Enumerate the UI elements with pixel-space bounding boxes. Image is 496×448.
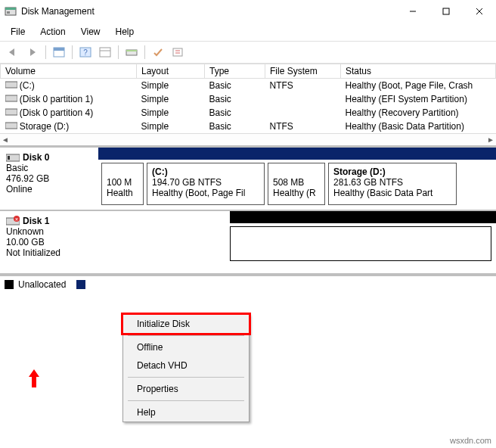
partition-box[interactable]: 100 MHealth — [101, 163, 144, 205]
menu-action[interactable]: Action — [33, 24, 73, 39]
help-icon[interactable]: ? — [77, 44, 94, 61]
svg-rect-20 — [5, 109, 17, 115]
menu-detach-vhd[interactable]: Detach VHD — [123, 356, 249, 375]
table-row[interactable]: (Disk 0 partition 1)SimpleBasicHealthy (… — [1, 92, 496, 106]
watermark: wsxdn.com — [450, 436, 491, 445]
disk-row-0: Disk 0 Basic 476.92 GB Online 100 MHealt… — [0, 148, 496, 211]
svg-rect-14 — [126, 50, 137, 51]
table-row[interactable]: Storage (D:)SimpleBasicNTFSHealthy (Basi… — [1, 120, 496, 133]
disk1-stripe — [230, 211, 496, 223]
menu-properties[interactable]: Properties — [123, 380, 249, 398]
menu-initialize-disk[interactable]: Initialize Disk — [121, 313, 251, 335]
partition-box[interactable]: Storage (D:)281.63 GB NTFSHealthy (Basic… — [328, 163, 457, 205]
tool-icon-1[interactable] — [97, 44, 113, 61]
col-volume[interactable]: Volume — [1, 64, 137, 79]
disk-icon — [6, 152, 20, 163]
volume-icon — [5, 107, 17, 118]
disk-map: Disk 0 Basic 476.92 GB Online 100 MHealt… — [0, 145, 496, 293]
partition-box[interactable]: (C:)194.70 GB NTFSHealthy (Boot, Page Fi… — [147, 163, 265, 205]
svg-rect-2 — [7, 11, 10, 14]
volume-table: Volume Layout Type File System Status (C… — [0, 64, 496, 133]
svg-rect-21 — [5, 123, 17, 129]
legend-color-unallocated — [5, 280, 14, 289]
legend-unallocated: Unallocated — [18, 279, 66, 290]
action2-icon[interactable] — [169, 44, 186, 61]
back-button[interactable] — [5, 44, 21, 61]
col-status[interactable]: Status — [341, 64, 496, 79]
menu-help[interactable]: Help — [108, 24, 142, 39]
scroll-left-icon[interactable]: ◄ — [2, 135, 9, 144]
minimize-button[interactable] — [396, 0, 429, 23]
toolbar: ? — [0, 41, 496, 64]
close-button[interactable] — [463, 0, 496, 23]
legend: Unallocated — [0, 275, 496, 293]
svg-rect-18 — [5, 82, 17, 88]
partition-box[interactable]: 508 MBHealthy (R — [268, 163, 325, 205]
disk1-unallocated[interactable] — [230, 226, 491, 261]
volume-icon — [5, 80, 17, 91]
window-title: Disk Management — [21, 6, 95, 17]
scroll-right-icon[interactable]: ► — [487, 135, 494, 144]
disk0-info[interactable]: Disk 0 Basic 476.92 GB Online — [0, 148, 98, 210]
svg-rect-1 — [5, 8, 16, 10]
menu-help[interactable]: Help — [123, 403, 249, 422]
svg-rect-23 — [8, 156, 10, 160]
table-row[interactable]: (C:)SimpleBasicNTFSHealthy (Boot, Page F… — [1, 79, 496, 93]
volume-icon — [5, 94, 17, 104]
svg-rect-19 — [5, 95, 17, 101]
view-icon[interactable] — [51, 44, 67, 61]
svg-rect-15 — [173, 48, 182, 56]
disk1-info[interactable]: Disk 1 Unknown 10.00 GB Not Initialized — [0, 211, 98, 273]
h-scrollbar[interactable]: ◄ ► — [0, 133, 496, 145]
legend-color-primary — [76, 280, 85, 289]
action1-icon[interactable] — [150, 44, 166, 61]
disk-row-1: Disk 1 Unknown 10.00 GB Not Initialized — [0, 211, 496, 275]
col-layout[interactable]: Layout — [137, 64, 205, 79]
menubar: File Action View Help — [0, 23, 496, 41]
menu-view[interactable]: View — [73, 24, 108, 39]
menu-file[interactable]: File — [3, 24, 33, 39]
svg-text:?: ? — [83, 48, 88, 57]
context-menu: Initialize Disk Offline Detach VHD Prope… — [122, 314, 250, 422]
forward-button[interactable] — [24, 44, 41, 61]
svg-rect-8 — [54, 48, 64, 51]
menu-offline[interactable]: Offline — [123, 338, 249, 356]
col-type[interactable]: Type — [205, 64, 265, 79]
svg-point-25 — [14, 216, 20, 222]
annotation-arrow-icon — [29, 369, 39, 387]
table-row[interactable]: (Disk 0 partition 4)SimpleBasicHealthy (… — [1, 106, 496, 120]
volume-icon — [5, 121, 17, 132]
col-fs[interactable]: File System — [265, 64, 341, 79]
disk-error-icon — [6, 216, 20, 226]
svg-rect-4 — [443, 8, 449, 14]
disk-icon[interactable] — [123, 44, 140, 61]
svg-rect-11 — [100, 48, 110, 57]
disk0-stripe — [98, 148, 496, 160]
titlebar: Disk Management — [0, 0, 496, 23]
app-icon — [5, 5, 17, 17]
maximize-button[interactable] — [429, 0, 463, 23]
